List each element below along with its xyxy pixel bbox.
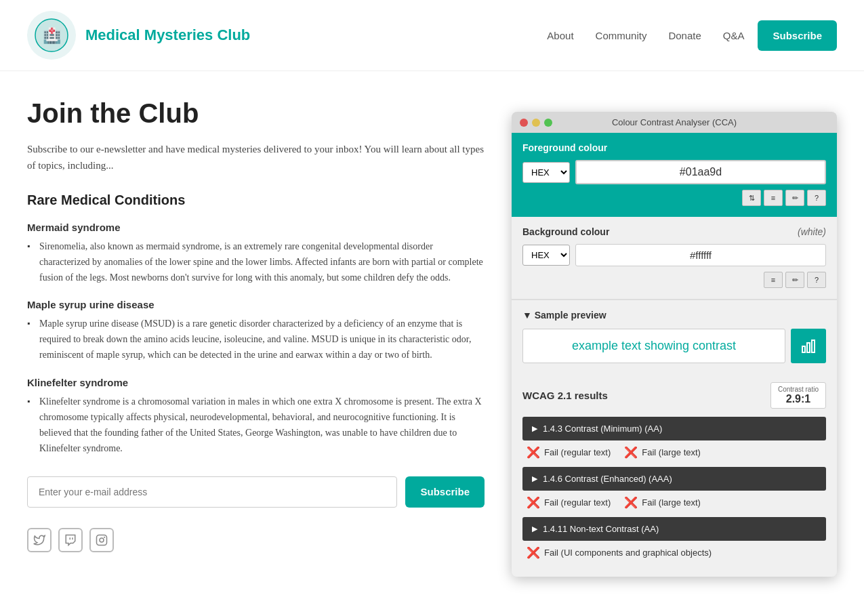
bg-adjust-btn[interactable]: ≡: [764, 272, 783, 288]
twitter-icon[interactable]: [27, 528, 52, 552]
close-window-btn[interactable]: [520, 119, 528, 127]
bg-hex-input[interactable]: [575, 244, 826, 266]
sample-text-box: example text showing contrast: [522, 329, 785, 363]
condition-title-maple: Maple syrup urine disease: [27, 299, 485, 310]
minimize-window-btn[interactable]: [532, 119, 540, 127]
fg-format-select[interactable]: HEX RGB HSL: [522, 162, 570, 183]
sample-text: example text showing contrast: [572, 339, 736, 353]
email-form: Subscribe: [27, 476, 485, 508]
rule-146-play-icon: ▶: [532, 474, 537, 483]
rule-143-play-icon: ▶: [532, 424, 537, 433]
contrast-ratio-box: Contrast ratio 2.9:1: [770, 382, 826, 409]
rule-143-result-1-text: Fail (large text): [642, 447, 701, 457]
fg-section: Foreground colour HEX RGB HSL ⇅ ≡ ✏ ?: [512, 133, 837, 217]
subscribe-form-button[interactable]: Subscribe: [405, 476, 485, 508]
logo-group: 🏥 Medical Mysteries Club: [27, 11, 250, 60]
nav-qa[interactable]: Q&A: [715, 24, 753, 47]
rule-146-result-0: ❌ Fail (regular text): [527, 496, 611, 509]
header-subscribe-button[interactable]: Subscribe: [758, 20, 837, 51]
condition-body-maple: Maple syrup urine disease (MSUD) is a ra…: [27, 316, 485, 363]
bg-color-row: HEX RGB HSL: [522, 244, 826, 266]
fail-icon-0: ❌: [527, 446, 540, 459]
main-nav: About Community Donate Q&A Subscribe: [539, 20, 837, 51]
maximize-window-btn[interactable]: [544, 119, 552, 127]
fg-help-btn[interactable]: ?: [807, 190, 826, 206]
condition-body-mermaid: Sirenomelia, also known as mermaid syndr…: [27, 239, 485, 285]
preview-body: example text showing contrast: [522, 329, 826, 363]
rule-143-label: 1.4.3 Contrast (Minimum) (AA): [543, 424, 662, 434]
fg-label: Foreground colour: [522, 142, 826, 153]
left-column: Join the Club Subscribe to our e-newslet…: [27, 98, 485, 577]
svg-rect-7: [812, 340, 815, 352]
logo-icon: 🏥: [27, 11, 76, 60]
site-title: Medical Mysteries Club: [85, 26, 250, 44]
rule-1411-label: 1.4.11 Non-text Contrast (AA): [543, 524, 659, 534]
svg-rect-5: [802, 346, 805, 352]
rule-1411-result-0: ❌ Fail (UI components and graphical obje…: [527, 546, 712, 559]
fg-swap-btn[interactable]: ⇅: [742, 190, 761, 206]
condition-title-klinefelter: Klinefelter syndrome: [27, 377, 485, 388]
rule-143-bar[interactable]: ▶ 1.4.3 Contrast (Minimum) (AA): [522, 417, 826, 440]
svg-point-4: [104, 537, 105, 537]
contrast-ratio-value: 2.9:1: [778, 393, 819, 405]
fail-icon-1: ❌: [624, 446, 638, 459]
intro-text: Subscribe to our e-newsletter and have m…: [27, 141, 485, 173]
bg-help-btn[interactable]: ?: [807, 272, 826, 288]
page-title: Join the Club: [27, 98, 485, 129]
cca-tool: Colour Contrast Analyser (CCA) Foregroun…: [512, 98, 837, 577]
wcag-section: WCAG 2.1 results Contrast ratio 2.9:1 ▶ …: [512, 373, 837, 577]
bg-format-select[interactable]: HEX RGB HSL: [522, 245, 570, 266]
twitch-icon[interactable]: [58, 528, 83, 552]
svg-rect-2: [97, 535, 107, 545]
contrast-ratio-label: Contrast ratio: [778, 386, 819, 393]
nav-donate[interactable]: Donate: [660, 24, 709, 47]
email-input[interactable]: [27, 476, 397, 508]
condition-mermaid: Mermaid syndrome Sirenomelia, also known…: [27, 222, 485, 285]
rule-143-result-0: ❌ Fail (regular text): [527, 446, 611, 459]
rule-146-bar[interactable]: ▶ 1.4.6 Contrast (Enhanced) (AAA): [522, 467, 826, 491]
rule-146-result-0-text: Fail (regular text): [544, 497, 611, 508]
window-controls: [520, 119, 552, 127]
svg-point-3: [100, 538, 104, 542]
social-icons: [27, 528, 485, 552]
rule-146-label: 1.4.6 Contrast (Enhanced) (AAA): [543, 474, 672, 484]
bg-eyedropper-btn[interactable]: ✏: [785, 272, 804, 288]
rule-146-result-1: ❌ Fail (large text): [624, 496, 701, 509]
main-layout: Join the Club Subscribe to our e-newslet…: [0, 71, 864, 604]
nav-about[interactable]: About: [539, 24, 581, 47]
svg-text:🏥: 🏥: [43, 26, 62, 45]
chart-view-btn[interactable]: [791, 329, 826, 363]
wcag-label: WCAG 2.1 results: [522, 390, 608, 401]
rule-1411-bar[interactable]: ▶ 1.4.11 Non-text Contrast (AA): [522, 517, 826, 541]
rule-1411-result-0-text: Fail (UI components and graphical object…: [544, 548, 712, 558]
rule-146-result-1-text: Fail (large text): [642, 497, 701, 508]
rare-conditions-heading: Rare Medical Conditions: [27, 192, 485, 208]
condition-klinefelter: Klinefelter syndrome Klinefelter syndrom…: [27, 377, 485, 456]
preview-label: ▼ Sample preview: [522, 310, 826, 321]
bg-white-label: (white): [798, 226, 826, 237]
rule-143-results: ❌ Fail (regular text) ❌ Fail (large text…: [522, 446, 826, 459]
fail-icon-2: ❌: [527, 496, 540, 509]
rule-143-result-1: ❌ Fail (large text): [624, 446, 701, 459]
rule-143-result-0-text: Fail (regular text): [544, 447, 611, 457]
rule-1411-play-icon: ▶: [532, 525, 537, 533]
wcag-header: WCAG 2.1 results Contrast ratio 2.9:1: [522, 382, 826, 409]
condition-body-klinefelter: Klinefelter syndrome is a chromosomal va…: [27, 394, 485, 456]
fg-color-row: HEX RGB HSL: [522, 160, 826, 184]
header: 🏥 Medical Mysteries Club About Community…: [0, 0, 864, 71]
fg-tools-row: ⇅ ≡ ✏ ?: [522, 190, 826, 206]
fg-eyedropper-btn[interactable]: ✏: [785, 190, 804, 206]
condition-title-mermaid: Mermaid syndrome: [27, 222, 485, 233]
rule-146-results: ❌ Fail (regular text) ❌ Fail (large text…: [522, 496, 826, 509]
cca-window: Colour Contrast Analyser (CCA) Foregroun…: [512, 112, 837, 577]
rule-1411-results: ❌ Fail (UI components and graphical obje…: [522, 546, 826, 559]
bg-label: Background colour: [522, 226, 609, 237]
fg-adjust-btn[interactable]: ≡: [764, 190, 783, 206]
bg-section-header: Background colour (white): [522, 226, 826, 237]
nav-community[interactable]: Community: [588, 24, 655, 47]
fg-hex-input[interactable]: [575, 160, 826, 184]
condition-maple: Maple syrup urine disease Maple syrup ur…: [27, 299, 485, 363]
cca-titlebar: Colour Contrast Analyser (CCA): [512, 112, 837, 133]
bg-section: Background colour (white) HEX RGB HSL ≡ …: [512, 217, 837, 300]
instagram-icon[interactable]: [89, 528, 114, 552]
